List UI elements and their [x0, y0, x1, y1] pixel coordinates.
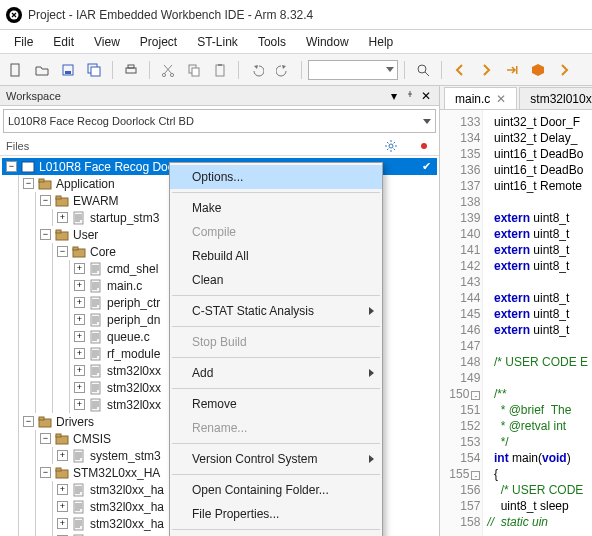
ctx-clean[interactable]: Clean	[170, 268, 382, 292]
save-icon[interactable]	[56, 58, 80, 82]
tree-twisty-icon[interactable]: −	[40, 467, 51, 478]
menu-window[interactable]: Window	[296, 32, 359, 52]
nav-next-icon[interactable]	[552, 58, 576, 82]
panel-menu-icon[interactable]: ▾	[387, 89, 401, 103]
svg-point-17	[389, 144, 393, 148]
svg-rect-29	[91, 280, 100, 292]
tree-label: rf_module	[107, 347, 160, 361]
ctx-rename: Rename...	[170, 416, 382, 440]
tree-twisty-icon[interactable]: +	[57, 484, 68, 495]
tree-twisty-icon[interactable]: −	[6, 161, 17, 172]
svg-rect-18	[22, 162, 34, 172]
editor-tab-header[interactable]: stm32l010x8.h	[519, 87, 592, 109]
new-file-icon[interactable]	[4, 58, 28, 82]
menu-file[interactable]: File	[4, 32, 43, 52]
files-column-label: Files	[6, 140, 385, 152]
panel-close-icon[interactable]: ✕	[419, 89, 433, 103]
project-config-combo[interactable]: L010R8 Face Recog Doorlock Ctrl BD	[3, 109, 436, 133]
editor-panel: main.c✕ stm32l010x8.h cmd 13313413513613…	[440, 86, 592, 536]
close-tab-icon[interactable]: ✕	[496, 92, 506, 106]
tree-twisty-icon[interactable]: −	[40, 229, 51, 240]
svg-rect-13	[218, 64, 222, 66]
open-icon[interactable]	[30, 58, 54, 82]
redo-icon[interactable]	[271, 58, 295, 82]
tree-twisty-icon[interactable]: +	[74, 280, 85, 291]
nav-fwd-icon[interactable]	[474, 58, 498, 82]
tree-twisty-icon[interactable]: −	[23, 416, 34, 427]
nav-back-icon[interactable]	[448, 58, 472, 82]
svg-rect-30	[91, 297, 100, 309]
tree-label: CMSIS	[73, 432, 111, 446]
tree-twisty-icon[interactable]: −	[40, 195, 51, 206]
ctx-cstat[interactable]: C-STAT Static Analysis	[170, 299, 382, 323]
menu-help[interactable]: Help	[359, 32, 404, 52]
search-icon[interactable]	[411, 58, 435, 82]
editor-code[interactable]: uint32_t Door_F uint32_t Delay_ uint16_t…	[483, 110, 592, 536]
svg-rect-15	[516, 66, 518, 74]
tree-label: system_stm3	[90, 449, 161, 463]
editor-area[interactable]: 1331341351361371381391401411421431441451…	[440, 110, 592, 536]
tree-twisty-icon[interactable]: +	[57, 501, 68, 512]
chevron-down-icon	[423, 119, 431, 124]
menu-edit[interactable]: Edit	[43, 32, 84, 52]
svg-rect-40	[56, 434, 61, 437]
paste-icon[interactable]	[208, 58, 232, 82]
ctx-rebuild[interactable]: Rebuild All	[170, 244, 382, 268]
menu-stlink[interactable]: ST-Link	[187, 32, 248, 52]
titlebar: Project - IAR Embedded Workbench IDE - A…	[0, 0, 592, 30]
undo-icon[interactable]	[245, 58, 269, 82]
tree-twisty-icon[interactable]: +	[74, 297, 85, 308]
ctx-options[interactable]: Options...	[170, 165, 382, 189]
tree-label: periph_dn	[107, 313, 160, 327]
tree-twisty-icon[interactable]: +	[57, 518, 68, 529]
gear-icon[interactable]	[385, 140, 397, 152]
menu-project[interactable]: Project	[130, 32, 187, 52]
tree-twisty-icon[interactable]: +	[74, 331, 85, 342]
tree-twisty-icon[interactable]: −	[23, 178, 34, 189]
save-all-icon[interactable]	[82, 58, 106, 82]
tree-twisty-icon[interactable]: −	[57, 246, 68, 257]
tree-twisty-icon[interactable]: +	[74, 382, 85, 393]
svg-rect-5	[91, 67, 100, 76]
tree-label: periph_ctr	[107, 296, 160, 310]
svg-rect-12	[216, 65, 224, 76]
svg-rect-20	[39, 179, 44, 182]
tree-twisty-icon[interactable]: +	[74, 314, 85, 325]
bookmark-toggle-icon[interactable]	[500, 58, 524, 82]
tree-label: stm32l0xx	[107, 398, 161, 412]
editor-tab-main[interactable]: main.c✕	[444, 87, 517, 109]
panel-pin-icon[interactable]	[403, 89, 417, 103]
ctx-compile: Compile	[170, 220, 382, 244]
check-icon: ✔	[422, 160, 431, 173]
svg-rect-7	[128, 65, 134, 68]
tree-twisty-icon[interactable]: −	[40, 433, 51, 444]
tree-twisty-icon[interactable]: +	[57, 450, 68, 461]
modified-indicator-icon	[421, 143, 427, 149]
tree-twisty-icon[interactable]: +	[57, 212, 68, 223]
svg-rect-25	[56, 230, 61, 233]
print-icon[interactable]	[119, 58, 143, 82]
ctx-vcs[interactable]: Version Control System	[170, 447, 382, 471]
menu-tools[interactable]: Tools	[248, 32, 296, 52]
ctx-file-properties[interactable]: File Properties...	[170, 502, 382, 526]
menu-view[interactable]: View	[84, 32, 130, 52]
svg-rect-3	[65, 71, 71, 74]
ctx-add[interactable]: Add	[170, 361, 382, 385]
tree-twisty-icon[interactable]: +	[74, 263, 85, 274]
ctx-stopbuild: Stop Build	[170, 330, 382, 354]
svg-rect-44	[74, 484, 83, 496]
tree-twisty-icon[interactable]: +	[74, 365, 85, 376]
breakpoint-icon[interactable]	[526, 58, 550, 82]
ctx-make[interactable]: Make	[170, 196, 382, 220]
cut-icon[interactable]	[156, 58, 180, 82]
copy-icon[interactable]	[182, 58, 206, 82]
workspace-header: Workspace ▾ ✕	[0, 86, 439, 106]
toolbar-combo[interactable]	[308, 60, 398, 80]
tree-twisty-icon[interactable]: +	[74, 399, 85, 410]
svg-rect-32	[91, 331, 100, 343]
ctx-open-containing[interactable]: Open Containing Folder...	[170, 478, 382, 502]
tree-twisty-icon[interactable]: +	[74, 348, 85, 359]
svg-rect-41	[74, 450, 83, 462]
toolbar	[0, 54, 592, 86]
ctx-remove[interactable]: Remove	[170, 392, 382, 416]
